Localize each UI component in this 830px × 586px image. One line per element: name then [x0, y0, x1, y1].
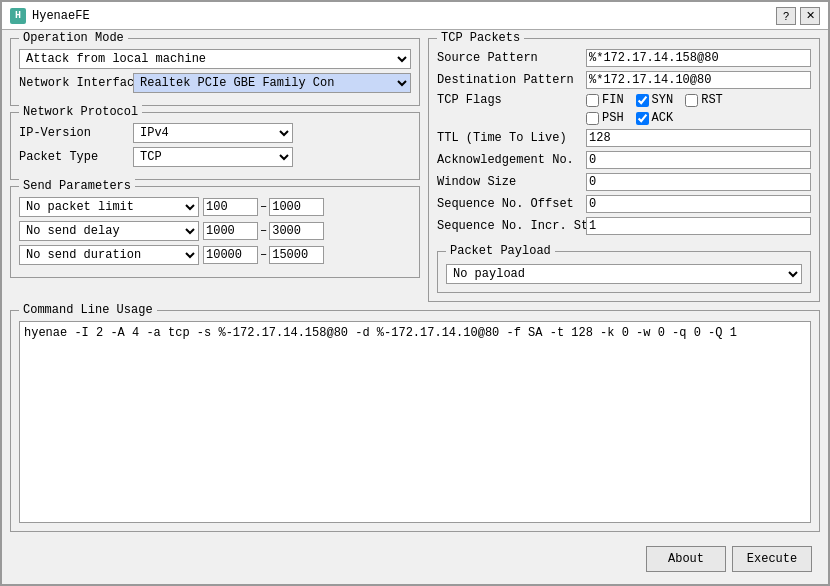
packet-type-label: Packet Type	[19, 150, 129, 164]
seq-offset-input[interactable]	[586, 195, 811, 213]
network-protocol-content: IP-Version IPv4 Packet Type TCP	[19, 123, 411, 167]
ttl-input[interactable]	[586, 129, 811, 147]
tcp-packets-content: Source Pattern Destination Pattern TCP F…	[437, 49, 811, 293]
ack-no-row: Acknowledgement No.	[437, 151, 811, 169]
packet-payload-group: Packet Payload No payload	[437, 251, 811, 293]
rst-checkbox[interactable]	[685, 94, 698, 107]
syn-label: SYN	[652, 93, 674, 107]
app-title: HyenaeFE	[32, 9, 90, 23]
packet-limit-select[interactable]: No packet limit	[19, 197, 199, 217]
send-range-1: –	[203, 198, 324, 216]
seq-steps-label: Sequence No. Incr. Steps	[437, 219, 582, 233]
help-button[interactable]: ?	[776, 7, 796, 25]
right-panel: TCP Packets Source Pattern Destination P…	[428, 38, 820, 302]
send-parameters-content: No packet limit – No send delay	[19, 197, 411, 265]
main-window: H HyenaeFE ? ✕ Operation Mode Attack fro…	[0, 0, 830, 586]
tcp-packets-title: TCP Packets	[437, 31, 524, 45]
send-duration-select[interactable]: No send duration	[19, 245, 199, 265]
network-interface-row: Network Interface Realtek PCIe GBE Famil…	[19, 73, 411, 93]
footer: About Execute	[10, 540, 820, 576]
flags-container: FIN SYN RST	[586, 93, 723, 107]
flag-psh: PSH	[586, 111, 624, 125]
title-bar: H HyenaeFE ? ✕	[2, 2, 828, 30]
network-protocol-group: Network Protocol IP-Version IPv4 Packet …	[10, 112, 420, 180]
destination-pattern-label: Destination Pattern	[437, 73, 582, 87]
cmdline-group: Command Line Usage	[10, 310, 820, 532]
syn-checkbox[interactable]	[636, 94, 649, 107]
send-row-3: No send duration –	[19, 245, 411, 265]
cmdline-title: Command Line Usage	[19, 303, 157, 317]
ttl-row: TTL (Time To Live)	[437, 129, 811, 147]
window-size-row: Window Size	[437, 173, 811, 191]
attack-row: Attack from local machine	[19, 49, 411, 69]
tcp-packets-group: TCP Packets Source Pattern Destination P…	[428, 38, 820, 302]
title-bar-controls: ? ✕	[776, 7, 820, 25]
execute-button[interactable]: Execute	[732, 546, 812, 572]
packet-limit-max[interactable]	[269, 198, 324, 216]
window-size-input[interactable]	[586, 173, 811, 191]
source-pattern-row: Source Pattern	[437, 49, 811, 67]
payload-group-box: Packet Payload No payload	[437, 251, 811, 293]
ttl-label: TTL (Time To Live)	[437, 131, 582, 145]
packet-type-select[interactable]: TCP	[133, 147, 293, 167]
send-delay-max[interactable]	[269, 222, 324, 240]
psh-label: PSH	[602, 111, 624, 125]
send-delay-select[interactable]: No send delay	[19, 221, 199, 241]
flags-container2: PSH ACK	[586, 111, 673, 125]
operation-mode-title: Operation Mode	[19, 31, 128, 45]
tcp-flags-label: TCP Flags	[437, 93, 582, 107]
left-panels: Operation Mode Attack from local machine…	[10, 38, 420, 302]
ack-label: ACK	[652, 111, 674, 125]
payload-title: Packet Payload	[446, 244, 555, 258]
send-row-1: No packet limit –	[19, 197, 411, 217]
source-pattern-label: Source Pattern	[437, 51, 582, 65]
attack-select[interactable]: Attack from local machine	[19, 49, 411, 69]
payload-select[interactable]: No payload	[446, 264, 802, 284]
network-interface-label: Network Interface	[19, 76, 129, 90]
close-button[interactable]: ✕	[800, 7, 820, 25]
send-delay-min[interactable]	[203, 222, 258, 240]
payload-content: No payload	[446, 264, 802, 284]
fin-checkbox[interactable]	[586, 94, 599, 107]
ack-no-input[interactable]	[586, 151, 811, 169]
flag-rst: RST	[685, 93, 723, 107]
range-sep-2: –	[260, 224, 267, 238]
destination-pattern-row: Destination Pattern	[437, 71, 811, 89]
ip-version-select[interactable]: IPv4	[133, 123, 293, 143]
packet-limit-min[interactable]	[203, 198, 258, 216]
operation-mode-content: Attack from local machine Network Interf…	[19, 49, 411, 93]
seq-steps-input[interactable]	[586, 217, 811, 235]
send-duration-min[interactable]	[203, 246, 258, 264]
source-pattern-input[interactable]	[586, 49, 811, 67]
title-bar-left: H HyenaeFE	[10, 8, 90, 24]
seq-offset-label: Sequence No. Offset	[437, 197, 582, 211]
packet-type-row: Packet Type TCP	[19, 147, 411, 167]
send-parameters-title: Send Parameters	[19, 179, 135, 193]
app-icon: H	[10, 8, 26, 24]
cmdline-textarea[interactable]	[19, 321, 811, 523]
main-content: Operation Mode Attack from local machine…	[2, 30, 828, 584]
window-size-label: Window Size	[437, 175, 582, 189]
network-interface-select[interactable]: Realtek PCIe GBE Family Con	[133, 73, 411, 93]
ack-checkbox[interactable]	[636, 112, 649, 125]
flag-fin: FIN	[586, 93, 624, 107]
range-sep-3: –	[260, 248, 267, 262]
fin-label: FIN	[602, 93, 624, 107]
ack-no-label: Acknowledgement No.	[437, 153, 582, 167]
about-button[interactable]: About	[646, 546, 726, 572]
tcp-flags-row: TCP Flags FIN SYN	[437, 93, 811, 107]
send-duration-max[interactable]	[269, 246, 324, 264]
psh-checkbox[interactable]	[586, 112, 599, 125]
seq-offset-row: Sequence No. Offset	[437, 195, 811, 213]
rst-label: RST	[701, 93, 723, 107]
flag-syn: SYN	[636, 93, 674, 107]
operation-mode-group: Operation Mode Attack from local machine…	[10, 38, 420, 106]
seq-steps-row: Sequence No. Incr. Steps	[437, 217, 811, 235]
top-section: Operation Mode Attack from local machine…	[10, 38, 820, 302]
destination-pattern-input[interactable]	[586, 71, 811, 89]
ip-version-row: IP-Version IPv4	[19, 123, 411, 143]
send-row-2: No send delay –	[19, 221, 411, 241]
bottom-section: Command Line Usage	[10, 310, 820, 532]
send-range-3: –	[203, 246, 324, 264]
tcp-flags-row2: PSH ACK	[437, 111, 811, 125]
